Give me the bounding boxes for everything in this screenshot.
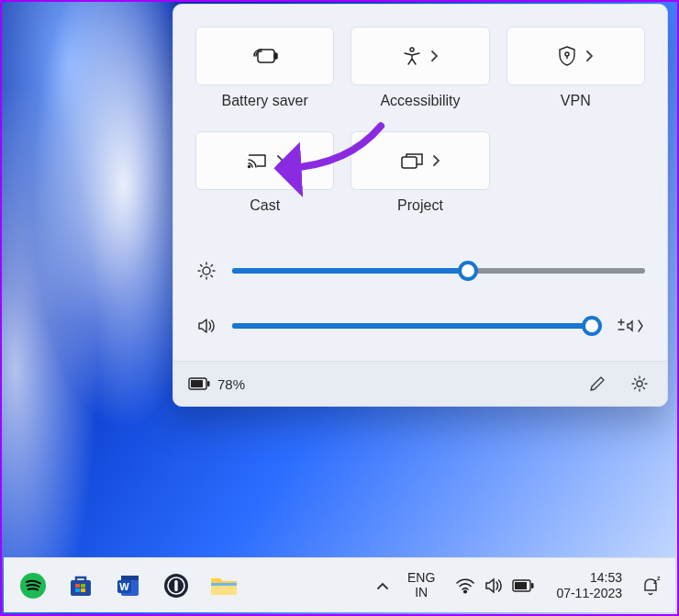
tile-label: Project (397, 197, 443, 214)
svg-rect-1 (274, 53, 277, 59)
svg-rect-14 (81, 584, 85, 588)
accessibility-icon (402, 46, 422, 66)
pencil-icon (588, 375, 607, 393)
battery-icon (188, 377, 210, 390)
svg-point-6 (203, 267, 210, 274)
battery-pct-label: 78% (217, 376, 245, 392)
chevron-right-icon (584, 50, 594, 62)
svg-rect-25 (211, 583, 237, 586)
svg-text:W: W (119, 581, 129, 592)
svg-rect-28 (515, 582, 527, 589)
gear-icon (630, 375, 649, 393)
battery-saver-icon (252, 47, 278, 65)
lang-bot: IN (407, 586, 435, 599)
quick-settings-grid: Battery saver Accessibility (195, 27, 645, 230)
svg-point-3 (565, 52, 569, 56)
chevron-right-icon (429, 50, 439, 62)
taskbar: W ENG IN 14:53 (4, 557, 675, 612)
tray-overflow-button[interactable] (369, 566, 396, 606)
svg-rect-8 (191, 380, 203, 387)
word-app-icon[interactable]: W (108, 566, 149, 606)
svg-rect-18 (121, 576, 139, 580)
tray-volume-icon (484, 577, 503, 594)
brightness-row (195, 256, 645, 286)
microsoft-store-app-icon[interactable] (61, 566, 101, 606)
file-explorer-app-icon[interactable] (204, 566, 244, 606)
edit-quick-settings-button[interactable] (584, 371, 610, 397)
lang-top: ENG (407, 571, 435, 585)
chevron-right-icon (431, 154, 440, 167)
svg-point-10 (637, 381, 642, 386)
battery-status[interactable]: 78% (188, 376, 245, 392)
battery-saver-tile[interactable] (195, 27, 334, 85)
svg-rect-15 (75, 588, 80, 592)
brightness-slider[interactable] (232, 268, 645, 274)
svg-rect-29 (531, 583, 534, 588)
audio-output-button[interactable] (614, 317, 645, 335)
settings-button[interactable] (627, 371, 652, 397)
quick-settings-footer: 78% (173, 361, 667, 406)
clock[interactable]: 14:53 07-11-2023 (549, 570, 629, 599)
project-icon (400, 151, 424, 170)
tile-label: Cast (250, 197, 280, 214)
do-not-disturb-icon: z z (640, 576, 662, 596)
clock-date: 07-11-2023 (556, 586, 622, 600)
clock-time: 14:53 (556, 570, 622, 585)
system-tray[interactable] (446, 574, 543, 598)
vpn-shield-icon (557, 45, 577, 67)
onepassword-app-icon[interactable] (156, 566, 196, 606)
tile-label: Battery saver (222, 93, 308, 109)
brightness-icon (195, 261, 217, 281)
quick-settings-panel: Battery saver Accessibility (173, 4, 668, 407)
svg-rect-23 (174, 580, 177, 591)
volume-icon (195, 316, 217, 336)
svg-rect-13 (75, 584, 80, 588)
svg-point-26 (464, 590, 467, 593)
vpn-tile[interactable] (506, 27, 645, 85)
svg-rect-16 (81, 588, 85, 592)
svg-text:z: z (657, 576, 661, 581)
svg-rect-5 (402, 157, 417, 168)
svg-rect-12 (71, 580, 91, 596)
do-not-disturb-button[interactable]: z z (635, 570, 666, 601)
svg-point-4 (248, 166, 250, 168)
accessibility-tile[interactable] (351, 27, 489, 85)
svg-rect-9 (207, 381, 210, 386)
tile-label: VPN (561, 93, 591, 109)
tray-battery-icon (512, 579, 534, 592)
volume-slider[interactable] (232, 323, 599, 329)
spotify-app-icon[interactable] (13, 566, 53, 606)
cast-icon (246, 151, 268, 170)
svg-point-2 (410, 48, 414, 51)
volume-row (195, 311, 645, 341)
language-indicator[interactable]: ENG IN (402, 571, 440, 599)
wifi-icon (455, 577, 475, 594)
tile-label: Accessibility (380, 93, 460, 109)
